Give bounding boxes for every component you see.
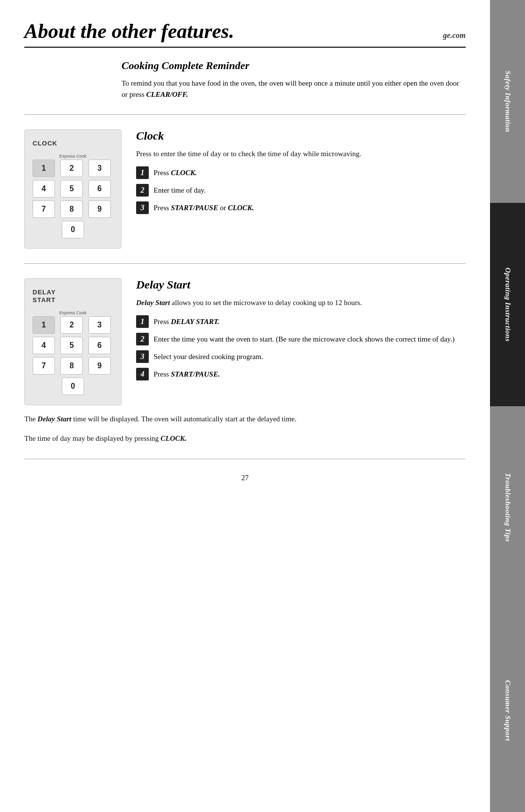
delay-step-2-number: 2: [136, 333, 149, 345]
delay-key-2[interactable]: 2: [60, 316, 83, 334]
cooking-complete-text: To remind you that you have food in the …: [24, 78, 466, 100]
clock-keypad-label: Clock: [33, 140, 113, 147]
clock-step-3-number: 3: [136, 201, 149, 214]
delay-step-4: 4 Press START/PAUSE.: [136, 368, 466, 380]
delay-keypad-grid-row2: 4 5 6: [33, 337, 113, 354]
delay-text-area: Delay Start Delay Start allows you to se…: [136, 278, 466, 405]
delay-after-text-2: The time of day may be displayed by pres…: [24, 433, 466, 444]
page-number: 27: [242, 474, 249, 482]
delay-key-6[interactable]: 6: [88, 337, 111, 354]
clock-step-2-number: 2: [136, 184, 149, 197]
clock-keypad-box: Clock Express Cook 1 2 3 4 5 6 7 8: [24, 129, 122, 249]
delay-step-3-number: 3: [136, 350, 149, 363]
delay-key-1[interactable]: 1: [33, 316, 55, 334]
delay-step-2: 2 Enter the time you want the oven to st…: [136, 333, 466, 345]
delay-steps: 1 Press DELAY START. 2 Enter the time yo…: [136, 315, 466, 380]
key-3[interactable]: 3: [88, 160, 111, 177]
page-title: About the other features.: [24, 19, 234, 43]
delay-key-0[interactable]: 0: [62, 378, 84, 395]
delay-key-8[interactable]: 8: [60, 357, 83, 375]
clock-keypad-grid-row1: 1 2 3: [33, 160, 113, 177]
clock-section: Clock Express Cook 1 2 3 4 5 6 7 8: [24, 129, 466, 264]
clock-intro: Press to enter the time of day or to che…: [136, 148, 466, 160]
clock-keypad-grid-row2: 4 5 6: [33, 180, 113, 198]
clock-heading: Clock: [136, 129, 466, 143]
clock-step-1: 1 Press CLOCK.: [136, 166, 466, 179]
delay-after-text-1: The Delay Start time will be displayed. …: [24, 413, 466, 425]
delay-keypad-grid-row1: 1 2 3: [33, 316, 113, 334]
clock-content: Clock Express Cook 1 2 3 4 5 6 7 8: [24, 129, 466, 249]
delay-keypad-area: Delay Start Express Cook 1 2 3 4 5 6: [24, 278, 122, 405]
tab-operating-label: Operating Instructions: [504, 268, 512, 342]
delay-keypad-box: Delay Start Express Cook 1 2 3 4 5 6: [24, 278, 122, 405]
delay-step-1-number: 1: [136, 315, 149, 328]
side-tabs: Safety Information Operating Instruction…: [490, 0, 525, 812]
tab-troubleshooting[interactable]: Troubleshooting Tips: [490, 406, 525, 609]
key-0[interactable]: 0: [62, 221, 84, 238]
delay-start-content: Delay Start Express Cook 1 2 3 4 5 6: [24, 278, 466, 405]
clock-step-1-text: Press CLOCK.: [154, 166, 197, 179]
tab-operating[interactable]: Operating Instructions: [490, 203, 525, 406]
key-8[interactable]: 8: [60, 200, 83, 218]
main-content: About the other features. ge.com Cooking…: [0, 0, 490, 511]
key-2[interactable]: 2: [60, 160, 83, 177]
delay-step-2-text: Enter the time you want the oven to star…: [154, 333, 455, 345]
delay-start-section: Delay Start Express Cook 1 2 3 4 5 6: [24, 278, 466, 459]
delay-keypad-label: Delay Start: [33, 289, 113, 304]
tab-consumer[interactable]: Consumer Support: [490, 609, 525, 812]
page-header: About the other features. ge.com: [24, 19, 466, 48]
clock-keypad-grid-row3: 7 8 9: [33, 200, 113, 218]
delay-step-4-number: 4: [136, 368, 149, 380]
delay-key-7[interactable]: 7: [33, 357, 55, 375]
clock-step-2-text: Enter time of day.: [154, 184, 206, 196]
key-6[interactable]: 6: [88, 180, 111, 198]
cooking-complete-section: Cooking Complete Reminder To remind you …: [24, 59, 466, 115]
delay-step-1-text: Press DELAY START.: [154, 315, 219, 327]
ge-com-label: ge.com: [443, 31, 466, 40]
delay-heading: Delay Start: [136, 278, 466, 291]
key-5[interactable]: 5: [60, 180, 83, 198]
delay-key-4[interactable]: 4: [33, 337, 55, 354]
delay-step-3: 3 Select your desired cooking program.: [136, 350, 466, 363]
delay-step-1: 1 Press DELAY START.: [136, 315, 466, 328]
clock-step-2: 2 Enter time of day.: [136, 184, 466, 197]
key-1[interactable]: 1: [33, 160, 55, 177]
tab-troubleshooting-label: Troubleshooting Tips: [504, 473, 512, 542]
delay-intro: Delay Start allows you to set the microw…: [136, 297, 466, 308]
delay-zero-row: 0: [33, 378, 113, 395]
key-9[interactable]: 9: [88, 200, 111, 218]
delay-keypad-grid-row3: 7 8 9: [33, 357, 113, 375]
cooking-complete-heading: Cooking Complete Reminder: [24, 59, 466, 72]
tab-safety[interactable]: Safety Information: [490, 0, 525, 203]
delay-key-3[interactable]: 3: [88, 316, 111, 334]
key-4[interactable]: 4: [33, 180, 55, 198]
clock-express-cook-label: Express Cook: [33, 154, 113, 159]
delay-step-4-text: Press START/PAUSE.: [154, 368, 220, 380]
tab-safety-label: Safety Information: [504, 71, 512, 132]
tab-consumer-label: Consumer Support: [504, 680, 512, 741]
delay-key-5[interactable]: 5: [60, 337, 83, 354]
page-footer: 27: [24, 474, 466, 482]
clock-keypad-area: Clock Express Cook 1 2 3 4 5 6 7 8: [24, 129, 122, 249]
delay-express-cook-label: Express Cook: [33, 310, 113, 315]
delay-step-3-text: Select your desired cooking program.: [154, 350, 263, 362]
clock-step-1-number: 1: [136, 166, 149, 179]
clock-step-3: 3 Press START/PAUSE or CLOCK.: [136, 201, 466, 214]
key-7[interactable]: 7: [33, 200, 55, 218]
delay-key-9[interactable]: 9: [88, 357, 111, 375]
clock-step-3-text: Press START/PAUSE or CLOCK.: [154, 201, 254, 214]
clock-text-area: Clock Press to enter the time of day or …: [136, 129, 466, 249]
clock-steps: 1 Press CLOCK. 2 Enter time of day. 3 Pr…: [136, 166, 466, 214]
clock-zero-row: 0: [33, 221, 113, 238]
